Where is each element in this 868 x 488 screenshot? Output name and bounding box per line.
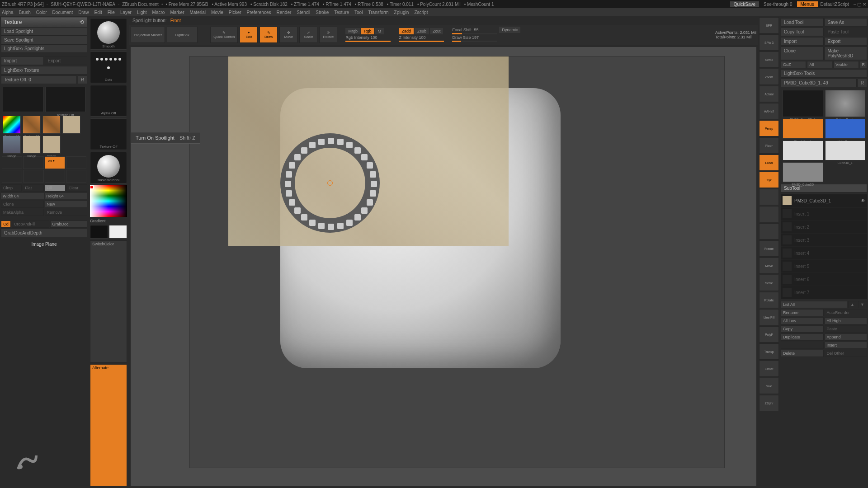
dial-tool-2-icon[interactable] bbox=[346, 142, 353, 148]
rgb-chip[interactable]: Rgb bbox=[361, 28, 374, 34]
menu-material[interactable]: Material bbox=[190, 10, 206, 15]
dial-tool-20-icon[interactable] bbox=[286, 190, 292, 197]
m-chip[interactable]: M bbox=[375, 28, 384, 34]
menu-light[interactable]: Light bbox=[137, 10, 147, 15]
drawsize-slider[interactable]: Draw Size 197 bbox=[452, 35, 497, 42]
vt-zsphr[interactable]: ZSphr bbox=[759, 395, 779, 411]
scale-button[interactable]: ⤢Scale bbox=[299, 27, 317, 43]
secondary-color[interactable] bbox=[90, 225, 108, 239]
listall-button[interactable]: List All bbox=[781, 301, 847, 308]
dial-tool-3-icon[interactable] bbox=[354, 147, 361, 154]
vt-scale[interactable]: Scale bbox=[759, 275, 779, 291]
texture-thumb-4[interactable] bbox=[62, 116, 80, 134]
clear-button[interactable]: Clear bbox=[66, 184, 87, 192]
insert-button[interactable]: Insert bbox=[825, 342, 868, 349]
alpha-slot[interactable]: Alpha Off bbox=[90, 85, 127, 117]
menu-zscript[interactable]: Zscript bbox=[414, 10, 428, 15]
clone-tool-button[interactable]: Clone bbox=[781, 47, 824, 60]
quicksave-button[interactable]: QuickSave bbox=[730, 1, 759, 7]
subtool-item-empty[interactable]: Insert 2 bbox=[781, 221, 867, 234]
dial-tool-14-icon[interactable] bbox=[328, 224, 334, 230]
dial-tool-26-icon[interactable] bbox=[309, 142, 316, 148]
rename-button[interactable]: Rename bbox=[781, 309, 824, 316]
texture-thumb-6[interactable]: Image bbox=[23, 136, 41, 154]
tool-thumb-3[interactable]: SimpleBrush bbox=[783, 119, 823, 139]
action-8[interactable] bbox=[66, 170, 86, 183]
lightbox-button[interactable]: LightBox bbox=[167, 27, 198, 43]
dial-tool-5-icon[interactable] bbox=[367, 162, 373, 169]
saveas-button[interactable]: Save As bbox=[825, 18, 868, 27]
allhigh-button[interactable]: All High bbox=[825, 317, 868, 324]
dial-tool-10-icon[interactable] bbox=[361, 207, 368, 214]
material-slot[interactable]: BasicMaterial bbox=[90, 152, 127, 183]
crop-button[interactable]: CropAndFill bbox=[12, 221, 49, 228]
dial-tool-13-icon[interactable] bbox=[337, 223, 344, 229]
makepolymesh-button[interactable]: Make PolyMesh3D bbox=[825, 47, 868, 60]
dial-tool-27-icon[interactable] bbox=[318, 139, 325, 145]
menu-stencil[interactable]: Stencil bbox=[297, 10, 310, 15]
menu-movie[interactable]: Movie bbox=[211, 10, 223, 15]
zsub-chip[interactable]: Zsub bbox=[415, 28, 429, 34]
export-button[interactable]: Export bbox=[45, 56, 88, 65]
grabdoc-button[interactable]: GrabDoc bbox=[50, 221, 88, 228]
texture-thumb-02[interactable]: Texture 02 bbox=[23, 116, 41, 134]
delete-button[interactable]: Delete bbox=[781, 350, 824, 357]
window-controls[interactable]: – ▢ ✕ bbox=[854, 2, 866, 7]
menu-alpha[interactable]: Alpha bbox=[2, 10, 14, 15]
goz-visible-button[interactable]: Visible bbox=[833, 61, 859, 68]
vt-line-fill[interactable]: Line Fill bbox=[759, 309, 779, 325]
spotlight-dial[interactable] bbox=[280, 133, 380, 233]
menu-marker[interactable]: Marker bbox=[170, 10, 184, 15]
texture-thumb-3[interactable] bbox=[42, 116, 61, 134]
grabdepth-button[interactable]: GrabDocAndDepth bbox=[1, 229, 87, 237]
draw-button[interactable]: ✎Draw bbox=[259, 27, 278, 43]
menu-picker[interactable]: Picker bbox=[229, 10, 241, 15]
texture-slot-current[interactable] bbox=[3, 87, 43, 112]
dial-tool-19-icon[interactable] bbox=[289, 199, 295, 206]
menu-macro[interactable]: Macro bbox=[152, 10, 165, 15]
vt-blank[interactable] bbox=[759, 223, 779, 239]
texture-thumb-5[interactable]: Image bbox=[3, 136, 21, 154]
vt-polyf[interactable]: PolyF bbox=[759, 326, 779, 343]
menu-edit[interactable]: Edit bbox=[94, 10, 102, 15]
tool-thumb-7[interactable]: PM3D_Cube3D bbox=[783, 162, 823, 182]
dial-tool-9-icon[interactable] bbox=[367, 199, 373, 206]
dial-tool-17-icon[interactable] bbox=[301, 214, 307, 221]
rotate-button[interactable]: ⟳Rotate bbox=[319, 27, 337, 43]
edit-button[interactable]: ✦Edit bbox=[240, 27, 258, 43]
dial-tool-15-icon[interactable] bbox=[318, 223, 325, 229]
vt-bpr[interactable]: BPR bbox=[759, 17, 779, 33]
dial-tool-21-icon[interactable] bbox=[285, 181, 291, 187]
menu-draw[interactable]: Draw bbox=[78, 10, 89, 15]
cd-button[interactable]: Cd bbox=[1, 221, 11, 228]
vt-aahalf[interactable]: AAHalf bbox=[759, 103, 779, 119]
dial-tool-25-icon[interactable] bbox=[301, 147, 307, 154]
menu-layer[interactable]: Layer bbox=[120, 10, 132, 15]
toolname-field[interactable]: PM3D_Cube3D_1. 49 bbox=[781, 79, 857, 87]
down-button[interactable]: ▼ bbox=[858, 301, 867, 308]
menu-tool[interactable]: Tool bbox=[354, 10, 363, 15]
dial-tool-22-icon[interactable] bbox=[286, 171, 292, 178]
vt-blank[interactable] bbox=[759, 206, 779, 222]
focal-slider[interactable]: Focal Shift -55 bbox=[452, 28, 497, 34]
dynamic-chip[interactable]: Dynamic bbox=[499, 27, 520, 33]
menu-document[interactable]: Document bbox=[52, 10, 73, 15]
quicksketch-button[interactable]: ✎Quick Sketch bbox=[210, 27, 238, 43]
width-field[interactable]: Width 64 bbox=[1, 193, 44, 199]
zcut-chip[interactable]: Zcut bbox=[430, 28, 443, 34]
vt-rotate[interactable]: Rotate bbox=[759, 292, 779, 308]
vt-solo[interactable]: Solo bbox=[759, 378, 779, 394]
menu-zplugin[interactable]: Zplugin bbox=[394, 10, 409, 15]
clmp-button[interactable]: Clmp bbox=[1, 184, 22, 192]
texture-header[interactable]: Texture ⟲ bbox=[1, 17, 87, 27]
seethrough-slider[interactable]: See-through 0 bbox=[764, 2, 792, 7]
action-6[interactable] bbox=[23, 170, 43, 183]
texture-slot-off[interactable]: Texture Off bbox=[45, 87, 86, 112]
switchcolor-button[interactable]: SwitchColor bbox=[90, 240, 127, 362]
tool-thumb-2[interactable]: SphereBrush bbox=[825, 90, 866, 117]
action-1[interactable] bbox=[2, 156, 22, 169]
clone-button[interactable]: Clone bbox=[1, 201, 44, 208]
dial-tool-24-icon[interactable] bbox=[294, 154, 301, 160]
dial-tool-11-icon[interactable] bbox=[354, 214, 361, 221]
subtool-item-empty[interactable]: Insert 4 bbox=[781, 247, 867, 260]
